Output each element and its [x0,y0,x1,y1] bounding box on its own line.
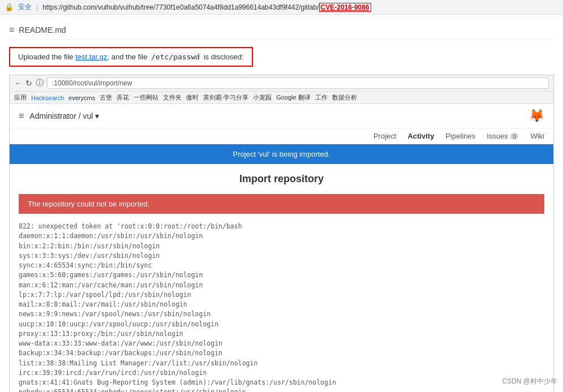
separator: | [36,3,38,11]
passwd-line: list:x:38:38:Mailing List Manager:/var/l… [19,359,544,368]
passwd-line: gnats:x:41:41:Gnats Bug-Reporting System… [19,378,544,387]
subnav-issues[interactable]: Issues 0 [487,132,519,140]
inner-url-input[interactable]: :10080/root/vul/import/new [47,77,549,89]
passwd-line: uucp:x:10:10:uucp:/var/spool/uucp:/usr/s… [19,320,544,329]
bookmark-yixiewangzhan[interactable]: 一些网站 [134,93,158,102]
readme-label: README.md [19,25,66,35]
browser-bar: 🔒 安全 | https://github.com/vulhub/vulhub/… [0,0,563,15]
issues-badge: 0 [510,133,519,140]
bookmark-aoshi[interactable]: 傲时 [186,93,199,102]
disclosure-box: Uploaded the file test.tar.gz, and the f… [9,47,253,67]
disclosure-text-middle: , and the file [108,53,149,61]
bookmark-data-analysis[interactable]: 数据分析 [332,93,357,102]
bookmarks-bar: 应用 Hacksearch everycms 古堡 弄花 一些网站 文件夹 傲时… [10,92,553,104]
breadcrumb[interactable]: Administrator / vul ▾ [29,111,99,120]
passwd-line: 822: unexpected token at 'root:x:0:0:roo… [19,222,544,231]
error-box: The repository could not be imported. [19,194,544,214]
bookmark-work[interactable]: 工作 [315,93,328,102]
passwd-content: 822: unexpected token at 'root:x:0:0:roo… [19,219,544,392]
bookmark-google-translate[interactable]: Google 翻译 [276,93,311,102]
passwd-line: bin:x:2:2:bin:/bin:/usr/sbin/nologin [19,242,544,251]
disclosure-text-after: is disclosed: [201,53,243,61]
info-icon: ⓘ [36,78,44,88]
bookmark-hacksearch[interactable]: Hacksearch [31,94,64,101]
disclosure-text-before: Uploaded the file [18,53,75,61]
bookmark-yingjiamba[interactable]: 英剑霸·学习分享 [203,93,248,102]
gitlab-subnav: Project Activity Pipelines Issues 0 Wiki [10,128,553,144]
inner-browser: ← ↻ ⓘ :10080/root/vul/import/new 应用 Hack… [9,75,554,392]
passwd-line: proxy:x:13:13:proxy:/bin:/usr/sbin/nolog… [19,329,544,339]
passwd-line: www-data:x:33:33:www-data:/var/www:/usr/… [19,339,544,348]
content-area: ≡ README.md Uploaded the file test.tar.g… [0,15,563,392]
passwd-code: /etc/passwd [149,52,201,62]
passwd-line: news:x:9:9:news:/var/spool/news:/usr/sbi… [19,309,544,319]
passwd-line: sync:x:4:65534:sync:/bin:/bin/sync [19,261,544,270]
bookmark-nonghua[interactable]: 弄花 [117,93,129,102]
passwd-line: games:x:5:60:games:/usr/games:/usr/sbin/… [19,270,544,280]
subnav-project[interactable]: Project [373,132,396,140]
bookmark-wenjian[interactable]: 文件夹 [163,93,182,102]
passwd-line: mail:x:8:8:mail:/var/mail:/usr/sbin/nolo… [19,300,544,309]
subnav-wiki[interactable]: Wiki [530,132,544,140]
passwd-line: backup:x:34:34:backup:/var/backups:/usr/… [19,348,544,358]
file-link[interactable]: test.tar.gz [75,53,107,61]
gitlab-hamburger-icon[interactable]: ≡ [19,111,24,121]
passwd-line: sys:x:3:3:sys:/dev:/usr/sbin/nologin [19,251,544,261]
passwd-line: lp:x:7:7:lp:/var/spool/lpd:/usr/sbin/nol… [19,290,544,300]
bookmark-apps[interactable]: 应用 [14,93,27,102]
import-repo-title: Import repository [19,173,544,185]
hamburger-icon: ≡ [9,25,14,35]
import-banner: Project 'vul' is being imported. [10,144,553,164]
subnav-pipelines[interactable]: Pipelines [445,132,475,140]
passwd-line: nobody:x:65534:65534:nobody:/nonexistent… [19,387,544,392]
gitlab-topnav: ≡ Administrator / vul ▾ 🦊 [10,104,553,128]
gitlab-page: ≡ Administrator / vul ▾ 🦊 Project Activi… [10,104,553,392]
watermark: CSDN @村中少年 [502,377,557,386]
passwd-line: daemon:x:1:1:daemon:/usr/sbin:/usr/sbin/… [19,231,544,241]
lock-icon: 🔒 [5,3,14,11]
cve-highlight: CVE-2016-9086 [319,3,371,12]
subnav-activity[interactable]: Activity [407,132,434,140]
url-text: https://github.com/vulhub/vulhub/tree/77… [42,3,371,11]
import-repo-section: Import repository The repository could n… [10,164,553,392]
passwd-line: man:x:6:12:man:/var/cache/man:/usr/sbin/… [19,281,544,290]
back-button[interactable]: ← [14,79,22,88]
passwd-line: irc:x:39:39:ircd:/var/run/ircd:/usr/sbin… [19,368,544,378]
refresh-button[interactable]: ↻ [25,79,32,88]
bookmark-xiaochongyuan[interactable]: 小宠园 [253,93,272,102]
gitlab-logo: 🦊 [529,109,544,123]
inner-browser-bar: ← ↻ ⓘ :10080/root/vul/import/new [10,75,553,92]
readme-header: ≡ README.md [9,20,554,40]
secure-label: 安全 [18,2,32,12]
bookmark-everycms[interactable]: everycms [68,94,95,101]
gitlab-topnav-left: ≡ Administrator / vul ▾ [19,111,99,121]
bookmark-gubu[interactable]: 古堡 [100,93,112,102]
